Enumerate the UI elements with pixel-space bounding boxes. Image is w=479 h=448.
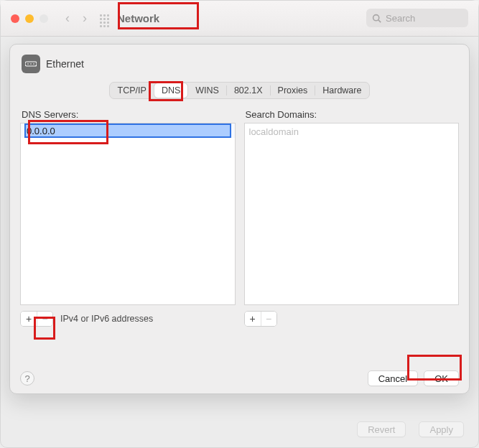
dns-hint: IPv4 or IPv6 addresses (60, 314, 153, 324)
search-domains-list[interactable]: localdomain (244, 123, 460, 305)
minimize-window-button[interactable] (25, 14, 34, 23)
zoom-window-button[interactable] (39, 14, 48, 23)
interface-name: Ethernet (46, 58, 84, 70)
dns-servers-column: DNS Servers: + − IPv4 or IPv6 addresses (20, 109, 236, 327)
sheet-footer: ? Cancel OK (10, 363, 469, 393)
dns-server-input[interactable] (25, 124, 231, 137)
help-button[interactable]: ? (20, 371, 34, 386)
revert-button[interactable]: Revert (357, 421, 406, 437)
titlebar: ‹ › Network Search (1, 1, 478, 37)
search-icon (372, 14, 381, 23)
cancel-button[interactable]: Cancel (368, 370, 418, 386)
dns-add-button[interactable]: + (21, 312, 37, 326)
svg-point-4 (30, 63, 32, 65)
svg-point-0 (373, 14, 379, 20)
tab-dns[interactable]: DNS (154, 83, 187, 98)
window-controls (11, 14, 48, 23)
show-all-icon[interactable] (100, 14, 111, 23)
tab-tcpip[interactable]: TCP/IP (111, 83, 154, 98)
dns-remove-button[interactable]: − (37, 312, 52, 326)
domains-add-remove: + − (244, 311, 277, 327)
search-domain-placeholder: localdomain (245, 123, 459, 140)
search-placeholder: Search (386, 13, 415, 24)
dns-servers-label: DNS Servers: (20, 109, 236, 120)
window-title: Network (117, 12, 159, 24)
network-preferences-window: ‹ › Network Search Ethernet TCP/IP DNS W… (0, 0, 479, 448)
tab-bar: TCP/IP DNS WINS 802.1X Proxies Hardware (19, 82, 460, 99)
svg-line-1 (378, 19, 381, 22)
search-domains-column: Search Domains: localdomain + − (244, 109, 460, 327)
svg-point-5 (33, 63, 34, 65)
ok-button[interactable]: OK (424, 370, 459, 386)
dns-add-remove: + − (20, 311, 53, 327)
window-footer: Revert Apply (357, 421, 464, 437)
back-button[interactable]: ‹ (65, 11, 70, 26)
close-window-button[interactable] (11, 14, 19, 23)
dns-sheet: Ethernet TCP/IP DNS WINS 802.1X Proxies … (9, 44, 470, 394)
apply-button[interactable]: Apply (419, 421, 464, 437)
svg-point-3 (27, 63, 29, 65)
search-domains-label: Search Domains: (244, 109, 460, 120)
tab-8021x[interactable]: 802.1X (227, 83, 270, 98)
tab-hardware[interactable]: Hardware (315, 83, 368, 98)
sheet-header: Ethernet (19, 55, 460, 79)
search-field[interactable]: Search (366, 9, 468, 27)
dns-servers-list[interactable] (20, 123, 236, 305)
tab-proxies[interactable]: Proxies (271, 83, 315, 98)
nav-arrows: ‹ › (65, 11, 87, 26)
tab-wins[interactable]: WINS (188, 83, 226, 98)
ethernet-icon (22, 55, 40, 73)
forward-button[interactable]: › (83, 11, 87, 26)
dns-server-row[interactable] (21, 123, 235, 138)
domain-add-button[interactable]: + (245, 312, 261, 326)
domain-remove-button[interactable]: − (261, 312, 276, 326)
